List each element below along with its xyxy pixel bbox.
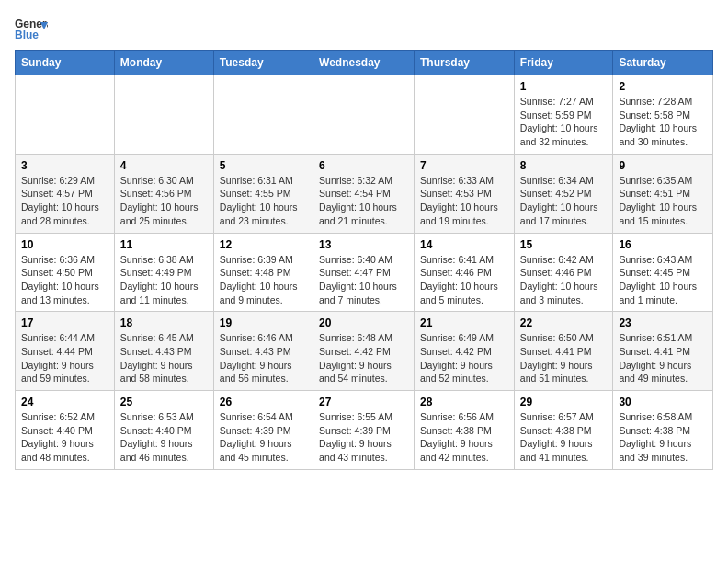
header: General Blue [15,15,713,42]
day-number: 28 [420,396,508,408]
week-row-4: 24Sunrise: 6:52 AM Sunset: 4:40 PM Dayli… [16,391,713,470]
calendar-cell: 28Sunrise: 6:56 AM Sunset: 4:38 PM Dayli… [415,391,515,470]
weekday-wednesday: Wednesday [313,51,415,75]
calendar-cell: 26Sunrise: 6:54 AM Sunset: 4:39 PM Dayli… [213,391,313,470]
calendar-cell: 3Sunrise: 6:29 AM Sunset: 4:57 PM Daylig… [16,154,115,233]
calendar-cell: 27Sunrise: 6:55 AM Sunset: 4:39 PM Dayli… [313,391,415,470]
day-info: Sunrise: 6:29 AM Sunset: 4:57 PM Dayligh… [21,174,108,228]
day-number: 14 [420,238,508,251]
svg-text:Blue: Blue [15,29,39,41]
day-number: 11 [120,238,208,251]
day-info: Sunrise: 6:35 AM Sunset: 4:51 PM Dayligh… [619,174,707,228]
day-info: Sunrise: 6:34 AM Sunset: 4:52 PM Dayligh… [520,174,608,228]
calendar-body: 1Sunrise: 7:27 AM Sunset: 5:59 PM Daylig… [16,75,713,470]
calendar-cell: 25Sunrise: 6:53 AM Sunset: 4:40 PM Dayli… [114,391,213,470]
day-number: 4 [120,159,208,172]
day-info: Sunrise: 6:54 AM Sunset: 4:39 PM Dayligh… [220,410,307,465]
day-number: 6 [319,159,408,172]
weekday-sunday: Sunday [16,51,115,75]
calendar-cell: 23Sunrise: 6:51 AM Sunset: 4:41 PM Dayli… [613,312,713,391]
day-info: Sunrise: 6:45 AM Sunset: 4:43 PM Dayligh… [120,331,208,385]
calendar-cell: 20Sunrise: 6:48 AM Sunset: 4:42 PM Dayli… [313,312,415,391]
day-number: 30 [619,396,707,408]
day-number: 22 [520,316,608,329]
calendar-cell: 17Sunrise: 6:44 AM Sunset: 4:44 PM Dayli… [16,312,115,391]
weekday-saturday: Saturday [613,51,713,75]
day-info: Sunrise: 6:52 AM Sunset: 4:40 PM Dayligh… [21,410,108,465]
week-row-0: 1Sunrise: 7:27 AM Sunset: 5:59 PM Daylig… [16,75,713,155]
day-info: Sunrise: 6:32 AM Sunset: 4:54 PM Dayligh… [319,174,408,228]
day-info: Sunrise: 6:36 AM Sunset: 4:50 PM Dayligh… [21,253,108,307]
weekday-header: SundayMondayTuesdayWednesdayThursdayFrid… [16,51,713,75]
calendar-cell: 19Sunrise: 6:46 AM Sunset: 4:43 PM Dayli… [213,312,313,391]
weekday-thursday: Thursday [415,51,515,75]
calendar-cell: 13Sunrise: 6:40 AM Sunset: 4:47 PM Dayli… [313,233,415,312]
day-info: Sunrise: 6:51 AM Sunset: 4:41 PM Dayligh… [619,331,707,385]
day-info: Sunrise: 6:38 AM Sunset: 4:49 PM Dayligh… [120,253,208,307]
calendar-cell [213,75,313,155]
day-number: 1 [520,80,608,93]
day-number: 15 [520,238,608,251]
calendar-cell: 12Sunrise: 6:39 AM Sunset: 4:48 PM Dayli… [213,233,313,312]
day-info: Sunrise: 6:48 AM Sunset: 4:42 PM Dayligh… [319,331,408,385]
day-info: Sunrise: 6:44 AM Sunset: 4:44 PM Dayligh… [21,331,108,385]
calendar-cell [313,75,415,155]
calendar-cell: 4Sunrise: 6:30 AM Sunset: 4:56 PM Daylig… [114,154,213,233]
day-number: 29 [520,396,608,408]
day-number: 16 [619,238,707,251]
calendar-cell [114,75,213,155]
day-info: Sunrise: 6:49 AM Sunset: 4:42 PM Dayligh… [420,331,508,385]
calendar-cell: 9Sunrise: 6:35 AM Sunset: 4:51 PM Daylig… [613,154,713,233]
calendar-cell [415,75,515,155]
day-number: 9 [619,159,707,172]
calendar-cell: 2Sunrise: 7:28 AM Sunset: 5:58 PM Daylig… [613,75,713,155]
calendar-cell: 29Sunrise: 6:57 AM Sunset: 4:38 PM Dayli… [514,391,613,470]
calendar-cell: 8Sunrise: 6:34 AM Sunset: 4:52 PM Daylig… [514,154,613,233]
day-info: Sunrise: 6:43 AM Sunset: 4:45 PM Dayligh… [619,253,707,307]
calendar-cell: 10Sunrise: 6:36 AM Sunset: 4:50 PM Dayli… [16,233,115,312]
day-info: Sunrise: 6:46 AM Sunset: 4:43 PM Dayligh… [220,331,307,385]
day-number: 17 [21,316,108,329]
logo-icon: General Blue [15,15,48,42]
weekday-friday: Friday [514,51,613,75]
day-number: 12 [220,238,307,251]
day-number: 18 [120,316,208,329]
day-number: 19 [220,316,307,329]
day-info: Sunrise: 6:56 AM Sunset: 4:38 PM Dayligh… [420,410,508,465]
day-number: 23 [619,316,707,329]
day-info: Sunrise: 6:53 AM Sunset: 4:40 PM Dayligh… [120,410,208,465]
day-info: Sunrise: 6:57 AM Sunset: 4:38 PM Dayligh… [520,410,608,465]
day-number: 5 [220,159,307,172]
weekday-tuesday: Tuesday [213,51,313,75]
calendar-cell: 11Sunrise: 6:38 AM Sunset: 4:49 PM Dayli… [114,233,213,312]
calendar-cell: 30Sunrise: 6:58 AM Sunset: 4:38 PM Dayli… [613,391,713,470]
day-info: Sunrise: 6:41 AM Sunset: 4:46 PM Dayligh… [420,253,508,307]
calendar: SundayMondayTuesdayWednesdayThursdayFrid… [15,50,713,470]
day-info: Sunrise: 6:39 AM Sunset: 4:48 PM Dayligh… [220,253,307,307]
calendar-cell [16,75,115,155]
day-info: Sunrise: 6:42 AM Sunset: 4:46 PM Dayligh… [520,253,608,307]
logo: General Blue [15,15,48,42]
calendar-cell: 21Sunrise: 6:49 AM Sunset: 4:42 PM Dayli… [415,312,515,391]
day-number: 24 [21,396,108,408]
week-row-1: 3Sunrise: 6:29 AM Sunset: 4:57 PM Daylig… [16,154,713,233]
weekday-monday: Monday [114,51,213,75]
calendar-cell: 22Sunrise: 6:50 AM Sunset: 4:41 PM Dayli… [514,312,613,391]
calendar-cell: 6Sunrise: 6:32 AM Sunset: 4:54 PM Daylig… [313,154,415,233]
day-info: Sunrise: 6:30 AM Sunset: 4:56 PM Dayligh… [120,174,208,228]
calendar-cell: 18Sunrise: 6:45 AM Sunset: 4:43 PM Dayli… [114,312,213,391]
day-number: 8 [520,159,608,172]
day-number: 25 [120,396,208,408]
day-number: 10 [21,238,108,251]
day-number: 3 [21,159,108,172]
day-number: 2 [619,80,707,93]
day-info: Sunrise: 6:50 AM Sunset: 4:41 PM Dayligh… [520,331,608,385]
day-number: 27 [319,396,408,408]
day-info: Sunrise: 6:55 AM Sunset: 4:39 PM Dayligh… [319,410,408,465]
day-number: 21 [420,316,508,329]
day-info: Sunrise: 6:31 AM Sunset: 4:55 PM Dayligh… [220,174,307,228]
calendar-cell: 16Sunrise: 6:43 AM Sunset: 4:45 PM Dayli… [613,233,713,312]
calendar-cell: 14Sunrise: 6:41 AM Sunset: 4:46 PM Dayli… [415,233,515,312]
calendar-cell: 15Sunrise: 6:42 AM Sunset: 4:46 PM Dayli… [514,233,613,312]
day-info: Sunrise: 7:27 AM Sunset: 5:59 PM Dayligh… [520,95,608,149]
